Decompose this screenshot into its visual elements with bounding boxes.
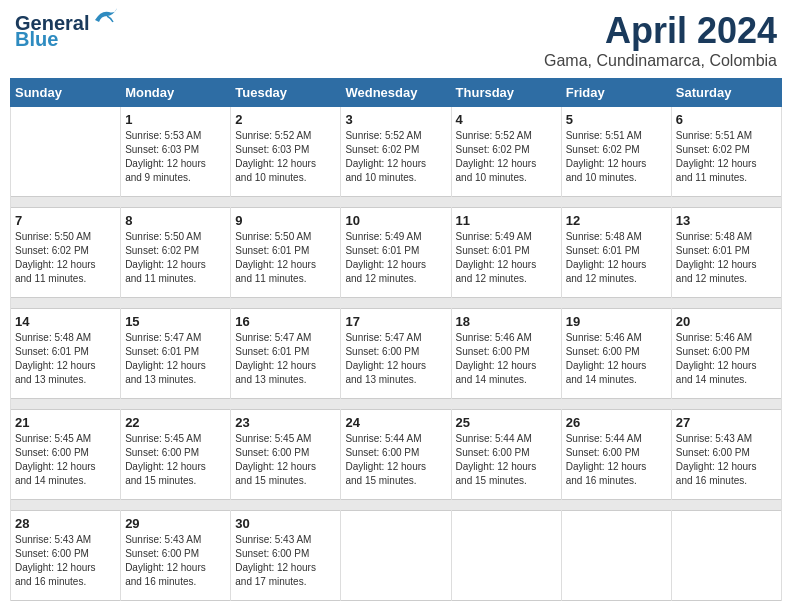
calendar-cell: 7Sunrise: 5:50 AM Sunset: 6:02 PM Daylig… — [11, 208, 121, 298]
weekday-header-tuesday: Tuesday — [231, 79, 341, 107]
calendar-cell: 3Sunrise: 5:52 AM Sunset: 6:02 PM Daylig… — [341, 107, 451, 197]
day-number: 20 — [676, 314, 777, 329]
day-info: Sunrise: 5:46 AM Sunset: 6:00 PM Dayligh… — [456, 331, 557, 387]
day-number: 25 — [456, 415, 557, 430]
calendar-cell: 22Sunrise: 5:45 AM Sunset: 6:00 PM Dayli… — [121, 410, 231, 500]
week-row-4: 21Sunrise: 5:45 AM Sunset: 6:00 PM Dayli… — [11, 410, 782, 500]
day-number: 17 — [345, 314, 446, 329]
calendar-cell: 26Sunrise: 5:44 AM Sunset: 6:00 PM Dayli… — [561, 410, 671, 500]
day-number: 11 — [456, 213, 557, 228]
day-info: Sunrise: 5:45 AM Sunset: 6:00 PM Dayligh… — [125, 432, 226, 488]
logo: General Blue — [15, 10, 119, 51]
day-info: Sunrise: 5:46 AM Sunset: 6:00 PM Dayligh… — [566, 331, 667, 387]
calendar-cell: 30Sunrise: 5:43 AM Sunset: 6:00 PM Dayli… — [231, 511, 341, 601]
calendar-cell: 9Sunrise: 5:50 AM Sunset: 6:01 PM Daylig… — [231, 208, 341, 298]
day-info: Sunrise: 5:52 AM Sunset: 6:02 PM Dayligh… — [456, 129, 557, 185]
day-number: 10 — [345, 213, 446, 228]
day-number: 2 — [235, 112, 336, 127]
day-info: Sunrise: 5:48 AM Sunset: 6:01 PM Dayligh… — [15, 331, 116, 387]
month-title: April 2024 — [544, 10, 777, 52]
calendar-cell: 25Sunrise: 5:44 AM Sunset: 6:00 PM Dayli… — [451, 410, 561, 500]
day-info: Sunrise: 5:47 AM Sunset: 6:00 PM Dayligh… — [345, 331, 446, 387]
calendar-cell: 21Sunrise: 5:45 AM Sunset: 6:00 PM Dayli… — [11, 410, 121, 500]
calendar-cell: 5Sunrise: 5:51 AM Sunset: 6:02 PM Daylig… — [561, 107, 671, 197]
calendar-cell: 10Sunrise: 5:49 AM Sunset: 6:01 PM Dayli… — [341, 208, 451, 298]
calendar-cell: 20Sunrise: 5:46 AM Sunset: 6:00 PM Dayli… — [671, 309, 781, 399]
logo-bird-icon — [91, 6, 119, 28]
weekday-header-friday: Friday — [561, 79, 671, 107]
week-row-5: 28Sunrise: 5:43 AM Sunset: 6:00 PM Dayli… — [11, 511, 782, 601]
week-row-2: 7Sunrise: 5:50 AM Sunset: 6:02 PM Daylig… — [11, 208, 782, 298]
day-info: Sunrise: 5:45 AM Sunset: 6:00 PM Dayligh… — [235, 432, 336, 488]
day-info: Sunrise: 5:50 AM Sunset: 6:02 PM Dayligh… — [15, 230, 116, 286]
day-info: Sunrise: 5:47 AM Sunset: 6:01 PM Dayligh… — [235, 331, 336, 387]
day-info: Sunrise: 5:43 AM Sunset: 6:00 PM Dayligh… — [125, 533, 226, 589]
day-info: Sunrise: 5:53 AM Sunset: 6:03 PM Dayligh… — [125, 129, 226, 185]
calendar-cell — [561, 511, 671, 601]
calendar-cell: 23Sunrise: 5:45 AM Sunset: 6:00 PM Dayli… — [231, 410, 341, 500]
page-header: General Blue April 2024 Gama, Cundinamar… — [10, 10, 782, 70]
calendar-cell: 4Sunrise: 5:52 AM Sunset: 6:02 PM Daylig… — [451, 107, 561, 197]
calendar-cell: 29Sunrise: 5:43 AM Sunset: 6:00 PM Dayli… — [121, 511, 231, 601]
day-number: 7 — [15, 213, 116, 228]
title-area: April 2024 Gama, Cundinamarca, Colombia — [544, 10, 777, 70]
calendar-cell: 1Sunrise: 5:53 AM Sunset: 6:03 PM Daylig… — [121, 107, 231, 197]
calendar-cell: 11Sunrise: 5:49 AM Sunset: 6:01 PM Dayli… — [451, 208, 561, 298]
day-info: Sunrise: 5:44 AM Sunset: 6:00 PM Dayligh… — [456, 432, 557, 488]
week-separator — [11, 399, 782, 410]
day-number: 24 — [345, 415, 446, 430]
day-info: Sunrise: 5:52 AM Sunset: 6:03 PM Dayligh… — [235, 129, 336, 185]
week-row-3: 14Sunrise: 5:48 AM Sunset: 6:01 PM Dayli… — [11, 309, 782, 399]
weekday-header-wednesday: Wednesday — [341, 79, 451, 107]
location-title: Gama, Cundinamarca, Colombia — [544, 52, 777, 70]
day-number: 26 — [566, 415, 667, 430]
day-info: Sunrise: 5:50 AM Sunset: 6:02 PM Dayligh… — [125, 230, 226, 286]
weekday-header-monday: Monday — [121, 79, 231, 107]
day-info: Sunrise: 5:43 AM Sunset: 6:00 PM Dayligh… — [676, 432, 777, 488]
calendar-cell — [671, 511, 781, 601]
day-number: 16 — [235, 314, 336, 329]
calendar-cell: 8Sunrise: 5:50 AM Sunset: 6:02 PM Daylig… — [121, 208, 231, 298]
calendar-cell: 17Sunrise: 5:47 AM Sunset: 6:00 PM Dayli… — [341, 309, 451, 399]
calendar-cell: 24Sunrise: 5:44 AM Sunset: 6:00 PM Dayli… — [341, 410, 451, 500]
calendar-cell: 18Sunrise: 5:46 AM Sunset: 6:00 PM Dayli… — [451, 309, 561, 399]
weekday-header-sunday: Sunday — [11, 79, 121, 107]
day-info: Sunrise: 5:44 AM Sunset: 6:00 PM Dayligh… — [566, 432, 667, 488]
day-info: Sunrise: 5:48 AM Sunset: 6:01 PM Dayligh… — [676, 230, 777, 286]
day-number: 15 — [125, 314, 226, 329]
day-number: 29 — [125, 516, 226, 531]
calendar-cell: 13Sunrise: 5:48 AM Sunset: 6:01 PM Dayli… — [671, 208, 781, 298]
calendar-cell: 19Sunrise: 5:46 AM Sunset: 6:00 PM Dayli… — [561, 309, 671, 399]
calendar-table: SundayMondayTuesdayWednesdayThursdayFrid… — [10, 78, 782, 601]
day-info: Sunrise: 5:43 AM Sunset: 6:00 PM Dayligh… — [15, 533, 116, 589]
day-number: 22 — [125, 415, 226, 430]
day-info: Sunrise: 5:49 AM Sunset: 6:01 PM Dayligh… — [345, 230, 446, 286]
calendar-cell: 15Sunrise: 5:47 AM Sunset: 6:01 PM Dayli… — [121, 309, 231, 399]
week-separator — [11, 197, 782, 208]
day-number: 28 — [15, 516, 116, 531]
day-number: 23 — [235, 415, 336, 430]
day-info: Sunrise: 5:51 AM Sunset: 6:02 PM Dayligh… — [566, 129, 667, 185]
day-number: 12 — [566, 213, 667, 228]
day-number: 14 — [15, 314, 116, 329]
day-number: 18 — [456, 314, 557, 329]
weekday-header-thursday: Thursday — [451, 79, 561, 107]
week-separator — [11, 298, 782, 309]
day-number: 4 — [456, 112, 557, 127]
day-number: 27 — [676, 415, 777, 430]
day-number: 30 — [235, 516, 336, 531]
logo-blue-text: Blue — [15, 28, 58, 51]
calendar-cell: 2Sunrise: 5:52 AM Sunset: 6:03 PM Daylig… — [231, 107, 341, 197]
calendar-cell: 28Sunrise: 5:43 AM Sunset: 6:00 PM Dayli… — [11, 511, 121, 601]
calendar-cell: 12Sunrise: 5:48 AM Sunset: 6:01 PM Dayli… — [561, 208, 671, 298]
day-info: Sunrise: 5:44 AM Sunset: 6:00 PM Dayligh… — [345, 432, 446, 488]
weekday-header-saturday: Saturday — [671, 79, 781, 107]
day-info: Sunrise: 5:52 AM Sunset: 6:02 PM Dayligh… — [345, 129, 446, 185]
week-separator — [11, 500, 782, 511]
day-number: 9 — [235, 213, 336, 228]
week-row-1: 1Sunrise: 5:53 AM Sunset: 6:03 PM Daylig… — [11, 107, 782, 197]
calendar-cell — [341, 511, 451, 601]
day-info: Sunrise: 5:49 AM Sunset: 6:01 PM Dayligh… — [456, 230, 557, 286]
day-number: 5 — [566, 112, 667, 127]
day-info: Sunrise: 5:48 AM Sunset: 6:01 PM Dayligh… — [566, 230, 667, 286]
